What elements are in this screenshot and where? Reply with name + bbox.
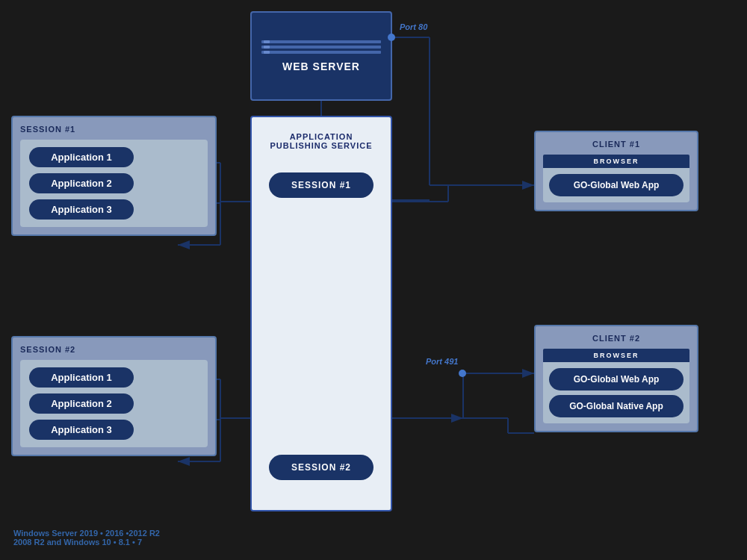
client2-inner: GO-Global Web App GO-Global Native App (543, 362, 689, 423)
session1-panel: SESSION #1 Application 1 Application 2 A… (11, 116, 217, 236)
session1-app2: Application 2 (29, 173, 134, 193)
port-80-dot (388, 34, 395, 41)
aps-session2-pill: SESSION #2 (269, 455, 374, 480)
session1-app3: Application 3 (29, 199, 134, 220)
session2-panel: SESSION #2 Application 1 Application 2 A… (11, 336, 217, 456)
client1-webapp: GO-Global Web App (549, 174, 684, 196)
client2-webapp: GO-Global Web App (549, 368, 684, 391)
session2-inner: Application 1 Application 2 Application … (20, 360, 208, 447)
session1-label: SESSION #1 (20, 125, 208, 134)
footer-line1: Windows Server 2019 • 2016 •2012 R2 (13, 529, 160, 538)
session2-app3: Application 3 (29, 420, 134, 440)
client1-browser-bar: BROWSER (543, 155, 689, 168)
client2-nativeapp: GO-Global Native App (549, 395, 684, 417)
port-491-dot (459, 370, 466, 377)
footer-text: Windows Server 2019 • 2016 •2012 R2 2008… (13, 529, 160, 547)
footer-line2: 2008 R2 and Windows 10 • 8.1 • 7 (13, 538, 160, 547)
session1-app1: Application 1 (29, 147, 134, 167)
client2-panel: CLIENT #2 BROWSER GO-Global Web App GO-G… (534, 325, 698, 432)
client1-inner: GO-Global Web App (543, 168, 689, 202)
client2-label: CLIENT #2 (543, 334, 689, 343)
port-80-label: Port 80 (400, 22, 427, 31)
session2-label: SESSION #2 (20, 345, 208, 354)
web-server-panel: WEB SERVER (250, 11, 392, 101)
session2-app1: Application 1 (29, 367, 134, 388)
aps-label: APPLICATION PUBLISHING SERVICE (270, 132, 373, 150)
client1-panel: CLIENT #1 BROWSER GO-Global Web App (534, 131, 698, 211)
port-491-label: Port 491 (426, 357, 458, 366)
server-rack (261, 40, 381, 56)
session2-app2: Application 2 (29, 393, 134, 414)
aps-session1-pill: SESSION #1 (269, 172, 374, 198)
client1-label: CLIENT #1 (543, 140, 689, 149)
aps-panel: APPLICATION PUBLISHING SERVICE SESSION #… (250, 116, 392, 511)
client2-browser-bar: BROWSER (543, 349, 689, 362)
web-server-label: WEB SERVER (282, 60, 360, 72)
diagram-container: WEB SERVER Port 80 APPLICATION PUBLISHIN… (0, 0, 747, 560)
session1-inner: Application 1 Application 2 Application … (20, 140, 208, 227)
